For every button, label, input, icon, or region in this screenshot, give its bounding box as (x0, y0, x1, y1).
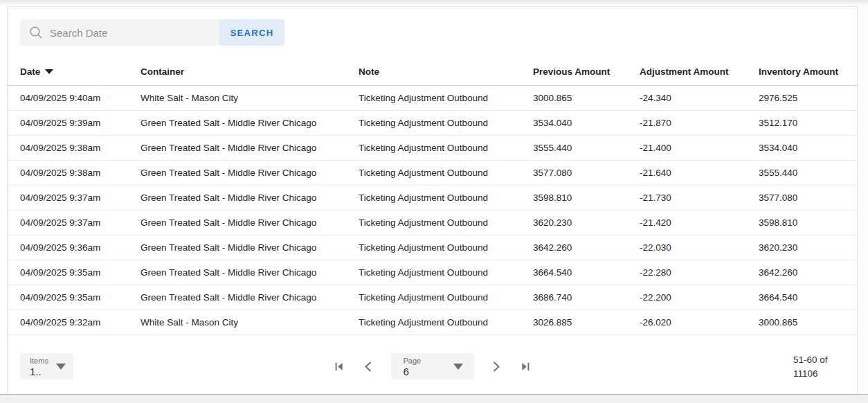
cell-adjustment-amount: -21.400 (640, 135, 759, 160)
search-field (20, 19, 219, 46)
chevron-down-icon (56, 364, 66, 370)
pagination-range-text: 51-60 of 11106 (793, 353, 843, 381)
cell-adjustment-amount: -21.730 (640, 185, 759, 210)
items-dropdown-value: 1.. (30, 366, 42, 377)
cell-container: Green Treated Salt - Middle River Chicag… (141, 135, 359, 160)
cell-inventory-amount: 3642.260 (759, 260, 857, 285)
table-row[interactable]: 04/09/2025 9:35amGreen Treated Salt - Mi… (8, 260, 857, 285)
cell-container: Green Treated Salt - Middle River Chicag… (141, 260, 359, 285)
table-row[interactable]: 04/09/2025 9:37amGreen Treated Salt - Mi… (8, 210, 857, 235)
table-row[interactable]: 04/09/2025 9:38amGreen Treated Salt - Mi… (8, 135, 857, 160)
cell-previous-amount: 3555.440 (533, 135, 640, 160)
column-header-container: Container (141, 59, 359, 85)
search-bar: SEARCH (20, 19, 284, 46)
table-row[interactable]: 04/09/2025 9:37amGreen Treated Salt - Mi… (8, 185, 857, 210)
cell-adjustment-amount: -21.640 (640, 160, 759, 185)
cell-previous-amount: 3664.540 (533, 260, 640, 285)
cell-container: Green Treated Salt - Middle River Chicag… (141, 285, 359, 310)
first-page-button[interactable] (332, 359, 347, 374)
cell-container: Green Treated Salt - Middle River Chicag… (141, 110, 359, 135)
inventory-adjustments-panel: SEARCH Date Container Note Previous Amou… (7, 6, 858, 394)
cell-date: 04/09/2025 9:38am (8, 135, 141, 160)
table-row[interactable]: 04/09/2025 9:40amWhite Salt - Mason City… (8, 85, 857, 110)
search-button[interactable]: SEARCH (219, 19, 284, 46)
table-body: 04/09/2025 9:40amWhite Salt - Mason City… (8, 85, 857, 334)
cell-note: Ticketing Adjustment Outbound (359, 135, 533, 160)
cell-inventory-amount: 3534.040 (759, 135, 857, 160)
cell-note: Ticketing Adjustment Outbound (359, 210, 533, 235)
cell-previous-amount: 3000.865 (533, 85, 640, 110)
first-page-icon (332, 360, 345, 373)
table-row[interactable]: 04/09/2025 9:36amGreen Treated Salt - Mi… (8, 235, 857, 260)
cell-inventory-amount: 3000.865 (759, 310, 857, 334)
cell-date: 04/09/2025 9:40am (8, 85, 141, 110)
chevron-down-icon (453, 364, 463, 370)
cell-note: Ticketing Adjustment Outbound (359, 185, 533, 210)
cell-previous-amount: 3534.040 (533, 110, 640, 135)
cell-note: Ticketing Adjustment Outbound (359, 160, 533, 185)
cell-date: 04/09/2025 9:32am (8, 310, 141, 334)
cell-date: 04/09/2025 9:35am (8, 285, 141, 310)
next-page-button[interactable] (489, 359, 504, 374)
table-header-row: Date Container Note Previous Amount Adju… (8, 59, 857, 85)
page-dropdown[interactable]: Page 6 (391, 353, 474, 379)
pagination-controls: Page 6 (332, 353, 534, 379)
top-scroll-shadow (0, 0, 868, 6)
cell-date: 04/09/2025 9:35am (8, 260, 141, 285)
cell-adjustment-amount: -21.420 (640, 210, 759, 235)
cell-date: 04/09/2025 9:37am (8, 185, 141, 210)
cell-previous-amount: 3642.260 (533, 235, 640, 260)
cell-adjustment-amount: -26.020 (640, 310, 759, 334)
cell-container: White Salt - Mason City (141, 85, 359, 110)
column-header-previous-amount: Previous Amount (533, 59, 640, 85)
cell-date: 04/09/2025 9:36am (8, 235, 141, 260)
chevron-right-icon (489, 360, 503, 373)
cell-inventory-amount: 2976.525 (759, 85, 857, 110)
cell-date: 04/09/2025 9:38am (8, 160, 141, 185)
column-header-adjustment-amount: Adjustment Amount (640, 59, 759, 85)
cell-previous-amount: 3686.740 (533, 285, 640, 310)
cell-container: Green Treated Salt - Middle River Chicag… (141, 160, 359, 185)
table-row[interactable]: 04/09/2025 9:38amGreen Treated Salt - Mi… (8, 160, 857, 185)
column-header-inventory-amount: Inventory Amount (759, 59, 857, 85)
cell-inventory-amount: 3620.230 (759, 235, 857, 260)
column-header-date[interactable]: Date (8, 59, 141, 85)
cell-previous-amount: 3598.810 (533, 185, 640, 210)
cell-inventory-amount: 3577.080 (759, 185, 857, 210)
page-dropdown-value: 6 (404, 366, 409, 377)
column-header-date-label: Date (20, 66, 40, 77)
previous-page-button[interactable] (361, 359, 377, 374)
chevron-left-icon (362, 360, 375, 373)
cell-container: White Salt - Mason City (141, 310, 359, 334)
table-row[interactable]: 04/09/2025 9:35amGreen Treated Salt - Mi… (8, 285, 857, 310)
cell-adjustment-amount: -22.200 (640, 285, 759, 310)
cell-adjustment-amount: -24.340 (640, 85, 759, 110)
cell-container: Green Treated Salt - Middle River Chicag… (141, 185, 359, 210)
cell-note: Ticketing Adjustment Outbound (359, 285, 533, 310)
cell-adjustment-amount: -22.280 (640, 260, 759, 285)
items-dropdown-label: Items (30, 357, 48, 365)
page-dropdown-label: Page (404, 357, 422, 365)
cell-inventory-amount: 3512.170 (759, 110, 857, 135)
adjustments-table: Date Container Note Previous Amount Adju… (8, 59, 857, 335)
cell-previous-amount: 3026.885 (533, 310, 640, 334)
last-page-icon (519, 360, 532, 373)
table-row[interactable]: 04/09/2025 9:32amWhite Salt - Mason City… (8, 310, 857, 334)
cell-note: Ticketing Adjustment Outbound (359, 85, 533, 110)
search-input[interactable] (20, 19, 219, 46)
cell-inventory-amount: 3555.440 (759, 160, 857, 185)
cell-container: Green Treated Salt - Middle River Chicag… (141, 235, 359, 260)
last-page-button[interactable] (518, 359, 534, 374)
column-header-note: Note (359, 59, 533, 85)
cell-inventory-amount: 3664.540 (759, 285, 857, 310)
table-row[interactable]: 04/09/2025 9:39amGreen Treated Salt - Mi… (8, 110, 857, 135)
cell-date: 04/09/2025 9:39am (8, 110, 141, 135)
cell-previous-amount: 3620.230 (533, 210, 640, 235)
cell-note: Ticketing Adjustment Outbound (359, 235, 533, 260)
cell-adjustment-amount: -22.030 (640, 235, 759, 260)
bottom-strip (0, 395, 868, 403)
items-per-page-dropdown[interactable]: Items 1.. (20, 353, 73, 379)
cell-container: Green Treated Salt - Middle River Chicag… (141, 210, 359, 235)
cell-note: Ticketing Adjustment Outbound (359, 110, 533, 135)
cell-note: Ticketing Adjustment Outbound (359, 260, 533, 285)
